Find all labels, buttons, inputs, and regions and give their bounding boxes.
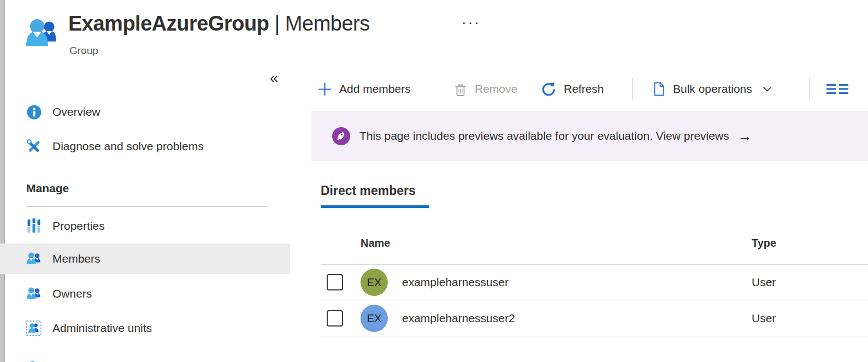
sidebar-item-partial[interactable] — [0, 352, 290, 362]
sidebar-item-label: Properties — [52, 219, 105, 233]
remove-button[interactable]: Remove — [453, 75, 517, 103]
group-members-page: ExampleAzureGroup | Members ··· Group « … — [0, 0, 868, 362]
tab-direct-members[interactable]: Direct members — [321, 183, 416, 198]
sidebar-item-label: Diagnose and solve problems — [52, 140, 204, 153]
sidebar-divider — [26, 206, 268, 207]
sidebar-item-label: Administrative units — [52, 322, 152, 335]
document-icon — [652, 81, 666, 97]
row-checkbox[interactable] — [327, 310, 343, 327]
sidebar-item-label: Overview — [52, 105, 101, 118]
refresh-icon — [541, 81, 557, 97]
columns-button[interactable] — [826, 75, 848, 103]
add-members-label: Add members — [339, 82, 411, 96]
trash-icon — [453, 82, 468, 97]
avatar: EX — [361, 269, 388, 296]
member-type: User — [752, 276, 776, 289]
plus-icon — [317, 82, 332, 97]
sidebar-item-overview[interactable]: Overview — [0, 100, 290, 124]
group-icon — [25, 17, 59, 49]
sidebar-item-members[interactable]: Members — [0, 244, 290, 274]
administrative-units-icon — [26, 321, 42, 336]
member-name[interactable]: exampleharnessuser2 — [402, 312, 515, 325]
bulk-operations-button[interactable]: Bulk operations — [652, 75, 772, 103]
sidebar-item-diagnose[interactable]: Diagnose and solve problems — [0, 134, 290, 158]
sidebar-item-owners[interactable]: Owners — [0, 282, 290, 306]
member-name[interactable]: exampleharnessuser — [402, 276, 509, 289]
member-type: User — [752, 312, 776, 325]
properties-icon — [26, 218, 42, 234]
row-checkbox[interactable] — [327, 274, 343, 290]
refresh-label: Refresh — [564, 82, 604, 96]
rocket-icon — [332, 127, 350, 145]
command-bar: Add members Remove Refresh — [0, 75, 868, 103]
table-row[interactable]: EX exampleharnessuser2 User — [321, 301, 868, 336]
refresh-button[interactable]: Refresh — [541, 75, 604, 103]
sidebar-item-properties[interactable]: Properties — [0, 214, 290, 238]
page-title-section: | Members — [269, 12, 369, 35]
page-subtitle: Group — [69, 45, 98, 57]
columns-icon — [826, 82, 848, 96]
add-members-button[interactable]: Add members — [317, 75, 411, 103]
column-header-name[interactable]: Name — [361, 237, 390, 250]
preview-banner: This page includes previews available fo… — [311, 111, 868, 161]
members-icon — [26, 251, 42, 266]
remove-label: Remove — [475, 82, 517, 96]
sidebar-section-manage: Manage — [26, 182, 69, 195]
sidebar-item-administrative-units[interactable]: Administrative units — [0, 316, 290, 340]
column-header-type[interactable]: Type — [752, 237, 776, 250]
bulk-operations-label: Bulk operations — [673, 82, 752, 96]
owners-icon — [26, 286, 42, 301]
arrow-right-icon[interactable]: → — [738, 128, 752, 145]
toolbar-divider — [632, 78, 633, 100]
more-options-button[interactable]: ··· — [462, 14, 481, 31]
sidebar-item-label: Members — [52, 252, 101, 265]
chevron-down-icon — [763, 86, 772, 92]
partial-icon — [26, 354, 42, 362]
toolbar-divider — [809, 78, 810, 100]
page-title-group: ExampleAzureGroup — [68, 12, 269, 35]
info-icon — [26, 104, 42, 120]
preview-banner-text[interactable]: This page includes previews available fo… — [359, 129, 729, 143]
avatar: EX — [361, 305, 388, 332]
tools-icon — [26, 139, 42, 154]
table-row[interactable]: EX exampleharnessuser User — [321, 265, 868, 300]
tab-active-underline — [321, 205, 429, 208]
page-title: ExampleAzureGroup | Members — [68, 12, 370, 35]
sidebar-item-label: Owners — [52, 287, 92, 300]
sidebar: « Overview Diagnose and solve problems M… — [0, 66, 290, 362]
